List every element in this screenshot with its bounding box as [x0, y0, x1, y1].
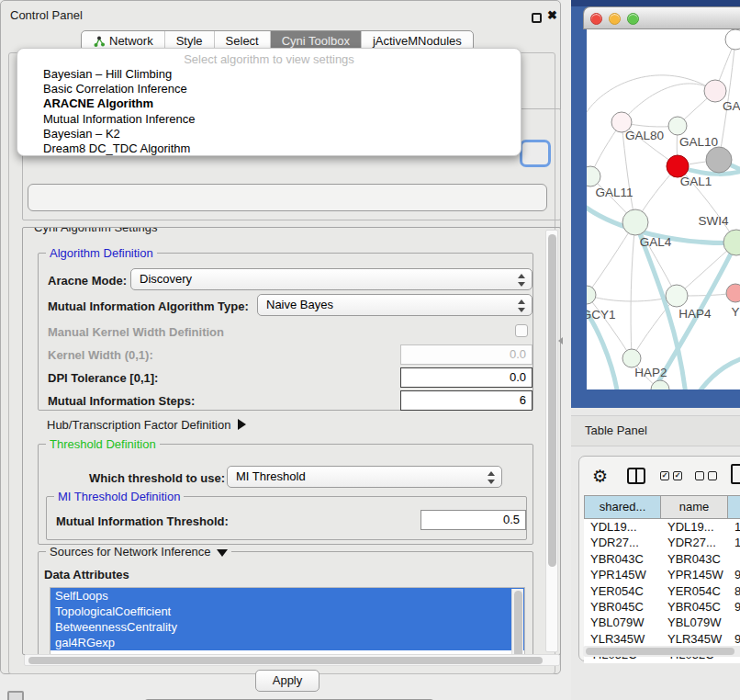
- grid-mode-icon[interactable]: [7, 691, 24, 700]
- table-row[interactable]: YPR145WYPR145W9.: [584, 567, 740, 582]
- table-row[interactable]: YDL19...YDL19...13: [584, 519, 740, 535]
- table-panel: Table Panel ⚙ ✓✓ shared...name YDL19...Y…: [571, 408, 740, 700]
- table-horizontal-scrollbar[interactable]: [583, 646, 740, 657]
- which-threshold-combo[interactable]: MI Threshold: [227, 466, 502, 488]
- network-canvas[interactable]: GALGAL80GAL10GAL1GAL11GAL4SWI4HAP4YGCY1H…: [587, 29, 740, 390]
- which-threshold-label: Which threshold to use:: [89, 471, 225, 485]
- data-attributes-label: Data Attributes: [44, 568, 129, 581]
- column-header-shared[interactable]: shared...: [584, 495, 661, 519]
- algorithm-combo-focus-ring[interactable]: [520, 140, 551, 167]
- sources-group-title[interactable]: Sources for Network Inference: [46, 545, 231, 559]
- gear-icon[interactable]: ⚙: [592, 466, 608, 486]
- table-cell: 9.: [728, 567, 740, 582]
- table-cell: YLR345W: [584, 631, 661, 647]
- column-header-clipped[interactable]: [728, 495, 740, 519]
- node-label: GCY1: [587, 308, 615, 322]
- network-node[interactable]: [666, 285, 688, 307]
- algorithm-option-bayesian-k2[interactable]: Bayesian – K2: [17, 127, 521, 141]
- network-node[interactable]: [668, 117, 687, 135]
- column-header-name[interactable]: name: [661, 495, 728, 519]
- network-node[interactable]: [622, 209, 648, 235]
- network-node[interactable]: [726, 284, 740, 302]
- mi-type-combo[interactable]: Naive Bayes: [257, 294, 533, 316]
- network-node[interactable]: [706, 147, 732, 173]
- table-toolbar: ⚙ ✓✓: [579, 464, 740, 491]
- attribute-item-betweennesscentrality[interactable]: BetweennessCentrality: [50, 619, 524, 635]
- window-frame-top: [571, 0, 740, 6]
- network-node[interactable]: [725, 29, 740, 50]
- mi-threshold-field[interactable]: 0.5: [420, 510, 526, 530]
- table-cell: 13: [728, 519, 740, 535]
- attribute-item-topologicalcoefficient[interactable]: TopologicalCoefficient: [50, 604, 524, 619]
- algorithm-option-basic-correlation-inference[interactable]: Basic Correlation Inference: [17, 82, 521, 96]
- settings-horizontal-scrollbar[interactable]: [24, 654, 560, 666]
- hub-definition-label: Hub/Transcription Factor Definition: [47, 418, 230, 432]
- algorithm-option-aracne-algorithm[interactable]: ARACNE Algorithm: [17, 96, 521, 111]
- table-cell: YPR145W: [661, 567, 728, 582]
- attributes-scrollbar[interactable]: [511, 589, 523, 655]
- mi-threshold-group-title: MI Threshold Definition: [54, 490, 184, 503]
- algorithm-option-mutual-information-inference[interactable]: Mutual Information Inference: [17, 112, 521, 127]
- mi-type-label: Mutual Information Algorithm Type:: [48, 299, 249, 313]
- algorithm-definition-title: Algorithm Definition: [46, 246, 157, 260]
- settings-group-title: Cyni Algorithm Settings: [30, 227, 161, 234]
- close-traffic-light-icon[interactable]: [590, 13, 602, 25]
- kernel-width-field[interactable]: 0.0: [400, 344, 533, 365]
- network-edge: [632, 296, 677, 358]
- panel-title: Control Panel: [10, 8, 83, 22]
- aracne-mode-combo[interactable]: Discovery: [130, 268, 533, 290]
- algorithm-definition-group: Algorithm Definition Aracne Mode: Discov…: [38, 253, 533, 411]
- sources-title-text: Sources for Network Inference: [50, 545, 211, 559]
- table-panel-title: Table Panel: [571, 415, 740, 446]
- minimize-traffic-light-icon[interactable]: [609, 13, 621, 25]
- network-node[interactable]: [587, 286, 596, 304]
- table-cell: YDL19...: [584, 519, 661, 535]
- table-row[interactable]: YER054CYER054C8.: [584, 583, 740, 599]
- float-icon[interactable]: [532, 13, 542, 23]
- table-cell: 9.: [728, 631, 740, 647]
- attribute-item-selfloops[interactable]: SelfLoops: [50, 588, 524, 604]
- select-all-icon[interactable]: ✓✓: [660, 471, 682, 480]
- table-cell: YBR045C: [584, 599, 661, 615]
- node-label: GAL80: [625, 129, 664, 142]
- table-cell: [728, 615, 740, 630]
- attribute-item-gal4rgexp[interactable]: gal4RGexp: [50, 635, 524, 650]
- table-cell: YBL079W: [584, 615, 661, 630]
- table-row[interactable]: YBR045CYBR045C9.: [584, 599, 740, 615]
- network-window-titlebar[interactable]: [583, 6, 740, 29]
- node-label: Y: [731, 305, 739, 319]
- table-row[interactable]: YDR27...YDR27...12: [584, 535, 740, 550]
- manual-kernel-label: Manual Kernel Width Definition: [48, 325, 224, 339]
- settings-vertical-scrollbar[interactable]: [545, 230, 558, 652]
- apply-button[interactable]: Apply: [255, 670, 320, 692]
- deselect-all-icon[interactable]: [695, 471, 717, 480]
- node-label: GAL10: [679, 135, 718, 149]
- panel-splitter-icon[interactable]: [558, 337, 563, 344]
- table-cell: YDR27...: [661, 535, 728, 550]
- algorithm-option-dream8-dc-tdc-algorithm[interactable]: Dream8 DC_TDC Algorithm: [17, 141, 521, 156]
- network-node[interactable]: [622, 349, 641, 367]
- hub-definition-toggle[interactable]: Hub/Transcription Factor Definition: [47, 418, 246, 432]
- table-cell: YLR345W: [661, 631, 728, 647]
- manual-kernel-checkbox[interactable]: [515, 324, 528, 337]
- network-node[interactable]: [651, 380, 669, 390]
- algorithm-option-bayesian-hill-climbing[interactable]: Bayesian – Hill Climbing: [17, 67, 521, 82]
- table-row[interactable]: YLR345WYLR345W9.: [584, 631, 740, 647]
- network-view-window: GALGAL80GAL10GAL1GAL11GAL4SWI4HAP4YGCY1H…: [571, 0, 740, 408]
- page-icon[interactable]: [731, 464, 740, 484]
- table-row[interactable]: YBR043CYBR043C: [584, 551, 740, 567]
- mi-steps-field[interactable]: 6: [400, 390, 533, 411]
- network-node[interactable]: [587, 166, 600, 186]
- data-attributes-list: SelfLoopsTopologicalCoefficientBetweenne…: [50, 587, 525, 655]
- node-label: GAL4: [640, 235, 672, 249]
- table-row[interactable]: YBL079WYBL079W: [584, 615, 740, 630]
- network-edge: [622, 84, 715, 122]
- split-columns-icon[interactable]: [627, 468, 645, 484]
- control-panel-window: Control Panel ✖ NetworkStyleSelectCyni T…: [0, 0, 561, 674]
- node-label: GAL11: [595, 186, 633, 199]
- close-icon[interactable]: ✖: [547, 8, 557, 22]
- dpi-tolerance-field[interactable]: 0.0: [400, 367, 533, 388]
- stepper-icon: [518, 299, 526, 313]
- zoom-traffic-light-icon[interactable]: [627, 13, 639, 25]
- table-data-combo[interactable]: [28, 184, 547, 211]
